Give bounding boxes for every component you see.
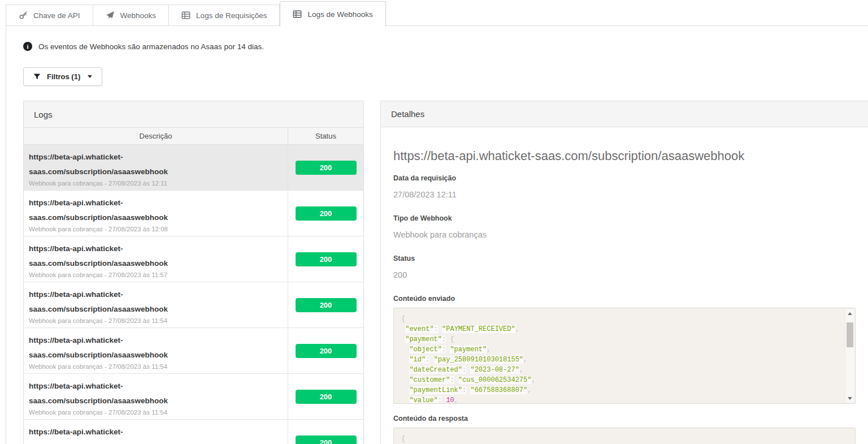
sent-content-codeblock[interactable]: { "event": "PAYMENT_RECEIVED", "payment"… — [393, 308, 856, 404]
key-icon — [19, 11, 28, 20]
log-status-cell: 200 — [288, 374, 363, 419]
log-status-cell: 200 — [288, 236, 363, 282]
log-url-line2: saas.com/subscription/asaaswebhook — [29, 165, 288, 179]
log-row[interactable]: https://beta-api.whaticket- saas.com/sub… — [24, 191, 363, 236]
table-list-icon — [181, 11, 190, 20]
tab-logs-de-requisicoes[interactable]: Logs de Requisições — [169, 5, 280, 26]
log-row[interactable]: https://beta-api.whaticket- saas.com/sub… — [24, 282, 363, 328]
detail-field-value: 27/08/2023 12:11 — [393, 190, 856, 199]
tab-label: Webhooks — [120, 11, 157, 20]
logs-panel: Logs Descrição Status https://beta-api.w… — [23, 101, 364, 444]
logs-panel-title: Logs — [24, 101, 363, 128]
log-url-line2: saas.com/subscription/asaaswebhook — [29, 210, 288, 225]
log-url-line1: https://beta-api.whaticket- — [29, 425, 288, 439]
log-description-cell: https://beta-api.whaticket- saas.com/sub… — [24, 145, 288, 190]
log-url-line1: https://beta-api.whaticket- — [29, 150, 288, 165]
log-description-cell: https://beta-api.whaticket- saas.com/sub… — [24, 236, 288, 282]
detail-url-title: https://beta-api.whaticket-saas.com/subs… — [393, 149, 856, 163]
log-description-cell: https://beta-api.whaticket- saas.com/sub… — [24, 282, 288, 327]
response-content-label: Conteúdo da resposta — [393, 415, 856, 423]
log-subtitle: Webhook para cobranças - 27/08/2023 às 1… — [29, 409, 288, 416]
tab-label: Logs de Webhooks — [307, 10, 372, 19]
response-content-codeblock[interactable]: { "ok": true } — [393, 428, 856, 444]
logs-table-body: https://beta-api.whaticket- saas.com/sub… — [24, 145, 363, 444]
sent-content-label: Conteúdo enviado — [393, 295, 856, 303]
status-badge: 200 — [296, 298, 357, 312]
panels-row: Logs Descrição Status https://beta-api.w… — [23, 101, 868, 444]
log-url-line2: saas.com/subscription/asaaswebhook — [29, 439, 288, 444]
log-status-cell: 200 — [288, 145, 363, 190]
info-icon: i — [23, 42, 32, 51]
tab-label: Logs de Requisições — [196, 11, 267, 20]
log-url-line2: saas.com/subscription/asaaswebhook — [29, 256, 288, 271]
status-badge: 200 — [296, 161, 357, 175]
scrollbar-thumb[interactable] — [847, 322, 853, 347]
log-subtitle: Webhook para cobranças - 27/08/2023 às 1… — [29, 226, 288, 232]
tab-logs-de-webhooks[interactable]: Logs de Webhooks — [280, 1, 385, 27]
details-body: https://beta-api.whaticket-saas.com/subs… — [381, 149, 868, 444]
log-row[interactable]: https://beta-api.whaticket- saas.com/sub… — [24, 374, 363, 420]
log-row[interactable]: https://beta-api.whaticket- saas.com/sub… — [24, 236, 363, 282]
status-badge: 200 — [296, 344, 357, 358]
log-subtitle: Webhook para cobranças - 27/08/2023 às 1… — [29, 317, 288, 324]
log-status-cell: 200 — [288, 191, 363, 236]
webhook-logs-page: Chave de API Webhooks Logs de Requisiçõe… — [0, 0, 868, 444]
sent-content-json: { "event": "PAYMENT_RECEIVED", "payment"… — [401, 314, 838, 404]
logs-table-header: Descrição Status — [24, 128, 363, 145]
detail-field-value: 200 — [393, 270, 856, 279]
filter-icon — [33, 73, 41, 80]
status-badge: 200 — [296, 436, 357, 444]
detail-field-label: Tipo de Webhook — [393, 214, 856, 222]
column-header-descricao: Descrição — [24, 128, 288, 144]
table-list-icon — [293, 10, 302, 19]
tab-bar: Chave de API Webhooks Logs de Requisiçõe… — [6, 5, 868, 26]
log-row[interactable]: https://beta-api.whaticket- saas.com/sub… — [24, 328, 363, 374]
response-content-json: { "ok": true } — [401, 434, 838, 444]
notice-text: Os eventos de Webhooks são armazenados n… — [38, 42, 264, 51]
column-header-status: Status — [288, 128, 363, 144]
detail-field: Data da requisição 27/08/2023 12:11 — [393, 174, 856, 199]
detail-fields: Data da requisição 27/08/2023 12:11 Tipo… — [393, 174, 856, 279]
paper-plane-icon — [106, 11, 115, 20]
log-subtitle: Webhook para cobranças - 27/08/2023 às 1… — [29, 363, 288, 370]
log-status-cell: 200 — [288, 282, 363, 327]
retention-notice: i Os eventos de Webhooks são armazenados… — [23, 42, 868, 51]
log-description-cell: https://beta-api.whaticket- saas.com/sub… — [24, 420, 288, 444]
detail-field: Tipo de Webhook Webhook para cobranças — [393, 214, 856, 239]
detail-field: Status 200 — [393, 255, 856, 279]
log-url-line2: saas.com/subscription/asaaswebhook — [29, 348, 288, 363]
log-url-line1: https://beta-api.whaticket- — [29, 287, 288, 302]
log-row[interactable]: https://beta-api.whaticket- saas.com/sub… — [24, 145, 363, 191]
detail-field-label: Data da requisição — [393, 174, 856, 182]
detail-field-value: Webhook para cobranças — [393, 230, 856, 239]
log-status-cell: 200 — [288, 420, 363, 444]
log-url-line1: https://beta-api.whaticket- — [29, 196, 288, 210]
status-badge: 200 — [296, 390, 357, 404]
log-status-cell: 200 — [288, 328, 363, 373]
details-panel-title: Detalhes — [381, 101, 868, 127]
log-url-line1: https://beta-api.whaticket- — [29, 333, 288, 348]
log-url-line2: saas.com/subscription/asaaswebhook — [29, 302, 288, 317]
log-row[interactable]: https://beta-api.whaticket- saas.com/sub… — [24, 420, 363, 444]
scroll-down-button[interactable] — [845, 394, 854, 403]
detail-field-label: Status — [393, 255, 856, 262]
tab-webhooks[interactable]: Webhooks — [93, 5, 170, 26]
chevron-down-icon — [88, 75, 92, 78]
filters-button[interactable]: Filtros (1) — [23, 67, 102, 86]
filters-label: Filtros (1) — [47, 72, 80, 81]
log-subtitle: Webhook para cobranças - 27/08/2023 às 1… — [29, 271, 288, 278]
codeblock-scrollbar[interactable] — [845, 309, 854, 403]
log-description-cell: https://beta-api.whaticket- saas.com/sub… — [24, 328, 288, 373]
scroll-up-button[interactable] — [845, 309, 854, 318]
log-subtitle: Webhook para cobranças - 27/08/2023 às 1… — [29, 180, 288, 187]
log-url-line1: https://beta-api.whaticket- — [29, 379, 288, 394]
tab-bar-filler — [386, 5, 868, 26]
tab-chave-de-api[interactable]: Chave de API — [6, 5, 93, 26]
details-panel: Detalhes https://beta-api.whaticket-saas… — [380, 101, 868, 444]
tab-content: i Os eventos de Webhooks são armazenados… — [6, 25, 868, 444]
log-url-line2: saas.com/subscription/asaaswebhook — [29, 394, 288, 408]
status-badge: 200 — [296, 252, 357, 266]
tab-label: Chave de API — [33, 11, 80, 20]
log-description-cell: https://beta-api.whaticket- saas.com/sub… — [24, 191, 288, 236]
log-description-cell: https://beta-api.whaticket- saas.com/sub… — [24, 374, 288, 419]
